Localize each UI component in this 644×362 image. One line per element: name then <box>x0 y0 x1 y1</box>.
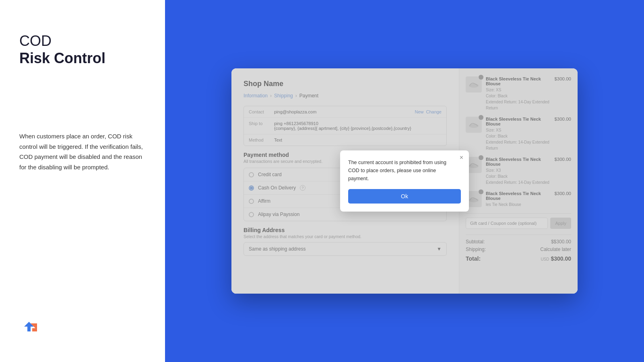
cod-error-modal: × The current account is prohibited from… <box>340 150 469 212</box>
left-panel: COD Risk Control When customers place an… <box>0 0 165 362</box>
modal-ok-button[interactable]: Ok <box>348 189 461 204</box>
modal-overlay: × The current account is prohibited from… <box>231 68 578 294</box>
page-title-light: COD <box>19 32 146 49</box>
page-title-bold: Risk Control <box>19 49 146 67</box>
app-mockup: Shop Name Information › Shipping › Payme… <box>231 68 578 294</box>
modal-close-button[interactable]: × <box>460 154 463 161</box>
logo <box>19 314 146 338</box>
page-description: When customers place an order, COD risk … <box>19 131 146 172</box>
right-panel: Shop Name Information › Shipping › Payme… <box>165 0 644 362</box>
left-content: COD Risk Control When customers place an… <box>19 32 146 172</box>
modal-message: The current account is prohibited from u… <box>348 158 461 183</box>
